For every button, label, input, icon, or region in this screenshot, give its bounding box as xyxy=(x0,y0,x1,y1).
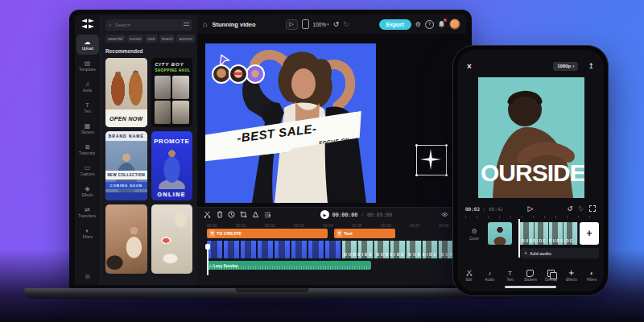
sidebar-item-label: Filters xyxy=(82,234,92,238)
redo-button[interactable]: ↻ xyxy=(343,21,349,28)
sidebar-item-stickers[interactable]: ▦ Stickers xyxy=(76,118,99,138)
filter-icon[interactable] xyxy=(184,23,189,27)
chip[interactable]: rock xyxy=(145,35,157,43)
editor-topbar: ⌂ Stunning video ▷ 100% ▾ ↺ ↻ Export xyxy=(197,14,466,34)
selection-handle[interactable] xyxy=(415,144,418,147)
toolbar-item-effects[interactable]: Effects xyxy=(561,266,581,285)
zoom-level[interactable]: 100% ▾ xyxy=(313,22,329,27)
toolbar-label: Stickers xyxy=(524,278,537,282)
music-note-icon: ♪ xyxy=(488,270,491,277)
undo-button[interactable]: ↺ xyxy=(333,21,340,28)
timeline-ruler[interactable]: 00:00 00:01 00:02 00:03 00:04 00:05 00:0… xyxy=(197,221,466,229)
sidebar-item-upload[interactable]: ☁ Upload xyxy=(76,35,99,55)
audio-track[interactable]: ♪ Lazy Sunday xyxy=(207,261,371,270)
sidebar-item-transcript[interactable]: ≣ Transcript xyxy=(76,139,99,159)
timeline-play-button[interactable]: ▶ xyxy=(320,210,329,219)
toolbar-item-overlay[interactable]: Overlay xyxy=(541,266,561,285)
preview-device-icon[interactable] xyxy=(302,19,309,29)
template-card-open-now[interactable]: OPEN NOW xyxy=(105,58,147,127)
template-card-brand-name[interactable]: BRAND NAME NEW COLLECTION COMING SOON xyxy=(105,131,147,200)
sparkle-element[interactable] xyxy=(416,145,447,175)
avatar-stickers[interactable] xyxy=(212,64,262,84)
audio-clip-label: Lazy Sunday xyxy=(213,263,238,268)
user-avatar[interactable] xyxy=(449,19,460,30)
home-icon[interactable]: ⌂ xyxy=(203,20,207,28)
template-card-travel[interactable] xyxy=(105,204,147,274)
sidebar-item-effects[interactable]: ◈ Effects xyxy=(76,181,99,201)
mobile-play-button[interactable]: ▷ xyxy=(528,204,534,213)
play-button[interactable]: ▷ xyxy=(286,19,298,30)
close-icon[interactable]: × xyxy=(467,62,472,71)
mirror-icon[interactable] xyxy=(264,211,271,218)
upload-clip-icon[interactable] xyxy=(252,211,259,218)
sidebar-item-filters[interactable]: ◐ Filters xyxy=(76,223,99,243)
toolbar-item-text[interactable]: T Text xyxy=(500,266,520,285)
template-card-city-boy[interactable]: CITY BOY SHOPPING HAUL xyxy=(151,58,193,127)
captions-icon: ▭ xyxy=(85,164,91,171)
clip-thumbnail[interactable] xyxy=(488,222,512,245)
toolbar-item-edit[interactable]: Edit xyxy=(459,266,479,285)
video-track[interactable]: OURSIDE OURSIDE OURSIDE OURSIDE xyxy=(207,241,460,258)
export-button[interactable]: Export xyxy=(379,19,411,30)
notifications-icon[interactable] xyxy=(438,20,445,28)
export-share-icon[interactable]: ↥ xyxy=(588,62,594,70)
undo-button[interactable]: ↺ xyxy=(568,205,573,213)
chip[interactable]: waterfall xyxy=(105,35,126,43)
cursor-icon xyxy=(218,53,231,66)
search-input[interactable] xyxy=(114,22,182,28)
sparkle-icon xyxy=(420,149,441,170)
text-clip-1[interactable]: T TO CREATE xyxy=(207,229,328,238)
selection-handle[interactable] xyxy=(445,144,448,147)
selection-handle[interactable] xyxy=(415,174,418,176)
toolbar-item-stickers[interactable]: Stickers xyxy=(520,266,540,285)
sidebar-item-text[interactable]: T Text xyxy=(76,97,99,118)
selection-handle[interactable] xyxy=(445,174,448,176)
toolbar-item-audio[interactable]: ♪ Audio xyxy=(479,266,499,285)
sidebar-item-audio[interactable]: ♫ Audio xyxy=(76,76,99,97)
text-clip-label: TO CREATE xyxy=(217,231,242,236)
mobile-video-preview[interactable]: OURSIDE xyxy=(478,77,584,198)
fullscreen-icon[interactable] xyxy=(589,205,596,212)
sidebar-item-transitions[interactable]: ⇄ Transitions xyxy=(76,202,99,222)
video-preview[interactable]: -BEST SALE- FOCUS ON- xyxy=(205,43,376,203)
sidebar-item-label: Effects xyxy=(82,192,93,196)
timecode-current: 00:00:00 xyxy=(332,212,357,218)
help-icon[interactable]: ? xyxy=(425,20,434,29)
mobile-playhead[interactable] xyxy=(518,219,520,258)
sidebar-item-templates[interactable]: ▤ Templates xyxy=(76,56,99,76)
chip[interactable]: autumn xyxy=(176,35,195,43)
gear-icon[interactable]: ⚙ xyxy=(415,21,421,28)
video-clip-blue[interactable] xyxy=(207,241,342,258)
add-audio-button[interactable]: + Add audio xyxy=(520,248,599,258)
chip[interactable]: sunset xyxy=(127,35,144,43)
add-clip-button[interactable]: + xyxy=(580,222,599,245)
template-search[interactable]: ⌕ xyxy=(105,19,192,31)
avatar-sticker-2 xyxy=(229,64,248,84)
toolbar-item-filters[interactable]: ◐ Filters xyxy=(582,266,602,285)
redo-button[interactable]: ↻ xyxy=(578,205,584,213)
delete-icon[interactable] xyxy=(216,211,223,218)
timeline-toolbar: ▶ 00:00:00 / 00:09:00 xyxy=(197,208,466,221)
crop-icon[interactable] xyxy=(240,211,247,218)
preview-eye-icon[interactable] xyxy=(441,211,448,218)
resolution-selector[interactable]: 1080p ▾ xyxy=(553,62,578,71)
template-card-food[interactable] xyxy=(151,204,193,274)
collapse-panel-icon[interactable]: ⊞ xyxy=(85,273,90,280)
sidebar-item-captions[interactable]: ▭ Captions xyxy=(76,160,99,180)
text-clip-2[interactable]: T Text xyxy=(334,229,395,238)
avatar-sticker-3 xyxy=(246,64,265,84)
template-card-promote[interactable]: PROMOTE ONLINE xyxy=(151,131,193,200)
section-title: Recommended xyxy=(105,48,192,54)
chip[interactable]: beach xyxy=(159,35,175,43)
timeline-playhead[interactable] xyxy=(207,250,208,275)
desktop-app-window: ☁ Upload ▤ Templates ♫ Audio T Text ▦ xyxy=(75,14,466,285)
video-clip-teal[interactable]: OURSIDE OURSIDE OURSIDE OURSIDE xyxy=(342,241,460,258)
mobile-video-track[interactable]: OURSIDE OURSIDE xyxy=(520,222,578,245)
history-clock-icon[interactable] xyxy=(228,211,235,218)
split-icon[interactable] xyxy=(204,211,211,218)
overlay-icon xyxy=(547,270,555,277)
cover-button[interactable]: ⚙ Cover xyxy=(464,222,485,241)
notification-badge xyxy=(444,19,447,22)
sidebar-item-label: Audio xyxy=(83,88,93,92)
resolution-value: 1080p xyxy=(557,64,571,68)
